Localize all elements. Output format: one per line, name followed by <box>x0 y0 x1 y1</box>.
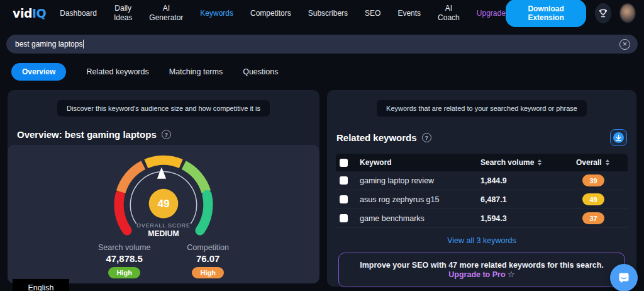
status-badge: High <box>108 267 140 278</box>
gauge-segment-green <box>200 195 208 231</box>
top-nav: vidIQ Dashboard Daily Ideas AI Generator… <box>0 0 644 26</box>
overview-title: Overview: best gaming laptops <box>17 129 157 140</box>
overall-score-gauge-card: 49 OVERALL SCORE MEDIUM Search volume 47… <box>8 145 319 283</box>
overview-help-icon[interactable]: ? <box>162 130 171 139</box>
clear-search-icon[interactable]: ✕ <box>619 39 630 50</box>
gauge-score-label: OVERALL SCORE <box>136 222 191 229</box>
export-keywords-button[interactable] <box>610 129 627 146</box>
col-header-keyword[interactable]: Keyword <box>360 158 480 167</box>
overall-score-pill: 49 <box>582 193 604 205</box>
keyword-cell: asus rog zephyrus g15 <box>360 195 480 204</box>
related-keywords-title: Related keywords <box>336 132 417 143</box>
nav-item-upgrade[interactable]: Upgrade <box>477 9 506 18</box>
nav-item-keywords[interactable]: Keywords <box>200 9 233 18</box>
upgrade-banner-text: Improve your SEO with 47 more related ke… <box>360 261 604 270</box>
overview-title-row: Overview: best gaming laptops ? <box>8 129 319 140</box>
stat-search-volume: Search volume 47,878.5 High <box>98 243 150 278</box>
col-header-search-volume[interactable]: Search volume <box>480 158 576 167</box>
sort-icon[interactable] <box>606 159 609 166</box>
nav-item-ai-generator[interactable]: AI Generator <box>149 4 183 23</box>
related-help-icon[interactable]: ? <box>422 133 431 142</box>
logo-text-iq: IQ <box>32 6 46 20</box>
search-volume-cell: 1,844.9 <box>480 176 576 185</box>
language-label[interactable]: English <box>13 279 69 291</box>
logo-text-vid: vid <box>13 6 32 20</box>
nav-item-daily-ideas[interactable]: Daily Ideas <box>114 4 132 23</box>
table-row[interactable]: gaming laptop review 1,844.9 39 <box>336 171 628 190</box>
tab-questions[interactable]: Questions <box>243 67 278 76</box>
related-title-row: Related keywords ? <box>327 129 636 146</box>
search-volume-cell: 6,487.1 <box>480 195 576 204</box>
gauge-segment-red <box>119 195 127 231</box>
stat-value: 76.07 <box>196 253 220 264</box>
gauge-segment-lightgreen <box>184 165 206 191</box>
tab-related-keywords[interactable]: Related keywords <box>86 67 148 76</box>
nav-item-seo[interactable]: SEO <box>365 9 380 18</box>
view-all-keywords-link[interactable]: View all 3 keywords <box>327 236 636 245</box>
sort-icon[interactable] <box>538 159 541 166</box>
download-extension-button[interactable]: Download Extension <box>506 0 587 27</box>
vidiq-logo[interactable]: vidIQ <box>13 6 46 20</box>
search-volume-cell: 1,594.3 <box>480 214 576 223</box>
col-header-label: Overall <box>576 158 602 167</box>
nav-item-competitors[interactable]: Competitors <box>250 9 291 18</box>
overview-tooltip: Discover this keyword's audience size an… <box>57 100 270 117</box>
tab-overview[interactable]: Overview <box>11 63 66 81</box>
row-checkbox[interactable] <box>340 214 348 222</box>
download-icon <box>613 132 624 143</box>
keyword-tabs: Overview Related keywords Matching terms… <box>11 63 644 80</box>
overall-score-gauge: 49 OVERALL SCORE MEDIUM <box>97 149 230 243</box>
app-root: vidIQ Dashboard Daily Ideas AI Generator… <box>0 0 644 287</box>
related-keywords-tooltip: Keywords that are related to your search… <box>377 100 587 117</box>
text-caret <box>83 40 84 48</box>
nav-item-dashboard[interactable]: Dashboard <box>60 9 97 18</box>
trophy-icon <box>598 8 608 18</box>
status-badge: High <box>192 267 223 278</box>
overall-score-pill: 37 <box>582 212 604 224</box>
table-row[interactable]: asus rog zephyrus g15 6,487.1 49 <box>336 190 628 209</box>
nav-item-ai-coach[interactable]: AI Coach <box>438 4 460 23</box>
related-keywords-table: Keyword Search volume Overall gaming lap… <box>336 154 628 228</box>
related-keywords-panel: Keywords that are related to your search… <box>327 90 636 287</box>
col-header-label: Search volume <box>480 158 534 167</box>
chat-icon <box>618 271 630 284</box>
gauge-stats: Search volume 47,878.5 High Competition … <box>98 243 229 278</box>
nav-right-cluster: Download Extension <box>506 0 635 27</box>
row-checkbox[interactable] <box>340 176 348 185</box>
achievements-button[interactable] <box>595 3 611 23</box>
nav-item-events[interactable]: Events <box>397 9 421 18</box>
gauge-segment-orange <box>121 165 143 191</box>
search-input[interactable]: best gaming laptops <box>15 40 82 48</box>
table-header-row: Keyword Search volume Overall <box>336 154 628 171</box>
gauge-segment-yellow <box>146 160 180 164</box>
nav-items: Dashboard Daily Ideas AI Generator Keywo… <box>60 4 506 23</box>
main-content: Discover this keyword's audience size an… <box>0 90 644 287</box>
star-icon: ☆ <box>508 270 515 279</box>
keyword-search-bar[interactable]: best gaming laptops ✕ <box>6 35 638 54</box>
overview-panel: Discover this keyword's audience size an… <box>8 90 319 283</box>
stat-label: Search volume <box>98 243 150 252</box>
gauge-level-label: MEDIUM <box>148 229 179 238</box>
stat-competition: Competition 76.07 High <box>187 243 229 278</box>
keyword-cell: game benchmarks <box>360 214 480 223</box>
avatar[interactable] <box>620 4 635 23</box>
nav-item-subscribers[interactable]: Subscribers <box>308 9 348 18</box>
stat-value: 47,878.5 <box>106 253 142 264</box>
overall-score-pill: 39 <box>582 174 604 186</box>
keyword-cell: gaming laptop review <box>360 176 480 185</box>
tab-matching-terms[interactable]: Matching terms <box>169 67 223 76</box>
row-checkbox[interactable] <box>340 195 348 203</box>
chat-bubble-button[interactable] <box>610 264 638 291</box>
col-header-overall[interactable]: Overall <box>576 158 609 167</box>
stat-label: Competition <box>187 243 229 252</box>
gauge-needle-icon <box>157 167 166 178</box>
select-all-checkbox[interactable] <box>340 159 348 167</box>
upgrade-to-pro-link[interactable]: Upgrade to Pro <box>448 270 505 279</box>
table-row[interactable]: game benchmarks 1,594.3 37 <box>336 209 628 228</box>
upgrade-banner[interactable]: Improve your SEO with 47 more related ke… <box>338 253 625 287</box>
gauge-score-value: 49 <box>157 197 169 210</box>
